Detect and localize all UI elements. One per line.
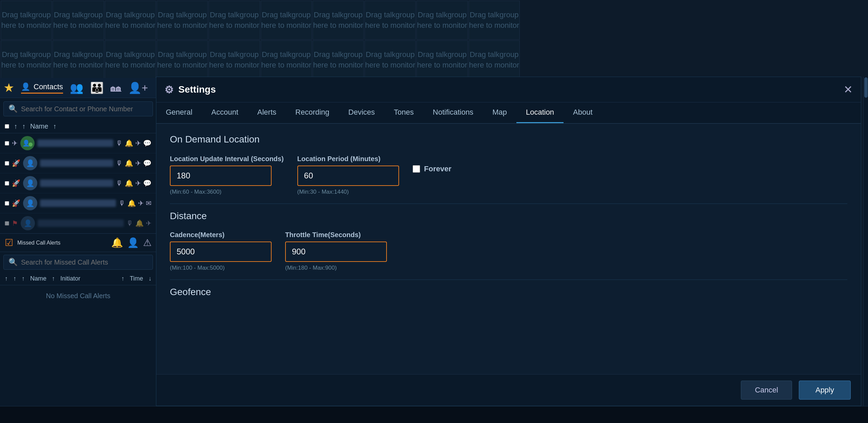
bell-icon[interactable]: 🔔 xyxy=(125,179,133,187)
talkgroup-cell[interactable]: Drag talkgrouphere to monitor xyxy=(261,1,312,40)
missed-time-sort-icon[interactable]: ↓ xyxy=(149,275,152,282)
missed-time-col[interactable]: Time xyxy=(130,275,143,282)
tab-about[interactable]: About xyxy=(564,102,602,123)
mic-icon2[interactable]: 🎙 xyxy=(126,219,133,227)
contact-checkbox[interactable] xyxy=(5,141,9,146)
group2-icon[interactable]: 👪 xyxy=(90,81,104,94)
send-icon[interactable]: ✈ xyxy=(135,159,141,167)
apply-button[interactable]: Apply xyxy=(799,381,851,400)
tab-recording[interactable]: Recording xyxy=(286,102,339,123)
name-sort-icon[interactable]: ↑ xyxy=(53,122,56,130)
settings-gear-icon: ⚙ xyxy=(164,84,174,96)
tab-account[interactable]: Account xyxy=(202,102,248,123)
talkgroup-cell[interactable]: Drag talkgrouphere to monitor xyxy=(364,40,416,79)
contact-checkbox[interactable] xyxy=(5,181,9,186)
talkgroup-cell[interactable]: Drag talkgrouphere to monitor xyxy=(105,40,156,79)
forever-checkbox[interactable] xyxy=(413,165,420,173)
chat-icon[interactable]: 💬 xyxy=(143,179,152,187)
scrollbar[interactable] xyxy=(863,77,868,406)
chat-icon[interactable]: 💬 xyxy=(143,139,152,147)
missed-sort1-icon[interactable]: ↑ xyxy=(5,275,8,282)
bottom-bar xyxy=(0,406,868,423)
person2-icon[interactable]: 👤 xyxy=(127,237,139,248)
bell2-icon[interactable]: 🔔 xyxy=(111,237,123,248)
update-interval-input[interactable] xyxy=(170,166,272,186)
tab-map[interactable]: Map xyxy=(483,102,516,123)
scrollbar-thumb[interactable] xyxy=(864,77,868,98)
sort-down-icon[interactable]: ↑ xyxy=(22,122,25,130)
missed-name-col[interactable]: Name xyxy=(30,275,46,282)
send-icon[interactable]: ✈ xyxy=(135,139,141,147)
throttle-hint: (Min:180 - Max:900) xyxy=(285,265,387,271)
sort-up-icon[interactable]: ↑ xyxy=(14,122,17,130)
tab-devices[interactable]: Devices xyxy=(339,102,384,123)
message-icon[interactable]: ✉ xyxy=(146,199,152,207)
contacts-tab[interactable]: 👤 Contacts xyxy=(21,82,63,94)
contact-checkbox[interactable] xyxy=(5,221,9,226)
mic-icon[interactable]: 🎙 xyxy=(116,179,123,187)
send-icon2[interactable]: ✈ xyxy=(146,219,152,227)
select-all-checkbox[interactable] xyxy=(5,124,9,129)
mic-icon[interactable]: 🎙 xyxy=(116,139,123,147)
talkgroup-cell[interactable]: Drag talkgrouphere to monitor xyxy=(105,1,156,40)
settings-close-button[interactable]: ✕ xyxy=(844,83,853,96)
throttle-input[interactable] xyxy=(285,242,387,262)
missed-initiator-col[interactable]: Initiator xyxy=(60,275,116,282)
missed-name-sort-icon[interactable]: ↑ xyxy=(52,275,55,282)
tab-tones[interactable]: Tones xyxy=(384,102,423,123)
bell-icon2[interactable]: 🔔 xyxy=(135,219,144,227)
location-period-group: Location Period (Minutes) (Min:30 - Max:… xyxy=(297,155,399,195)
mic-icon[interactable]: 🎙 xyxy=(119,199,125,207)
missed-initiator-sort-icon[interactable]: ↑ xyxy=(121,275,124,282)
section-divider xyxy=(170,204,847,204)
talkgroup-cell[interactable]: Drag talkgrouphere to monitor xyxy=(157,1,208,40)
talkgroup-cell[interactable]: Drag talkgrouphere to monitor xyxy=(313,1,364,40)
bell-icon[interactable]: 🔔 xyxy=(127,199,136,207)
contacts-search-input[interactable] xyxy=(21,105,148,113)
send-icon[interactable]: ✈ xyxy=(135,179,141,187)
talkgroup-cell[interactable]: Drag talkgrouphere to monitor xyxy=(53,1,104,40)
location-period-input[interactable] xyxy=(297,166,399,186)
talkgroup-cell[interactable]: Drag talkgrouphere to monitor xyxy=(209,1,260,40)
tab-location[interactable]: Location xyxy=(516,102,564,123)
contact-checkbox[interactable] xyxy=(5,201,9,206)
tab-general[interactable]: General xyxy=(156,102,202,123)
geofence-title: Geofence xyxy=(170,287,847,297)
talkgroup-cell[interactable]: Drag talkgrouphere to monitor xyxy=(364,1,416,40)
missed-sort3-icon[interactable]: ↑ xyxy=(22,275,25,282)
contact-name xyxy=(37,139,113,147)
talkgroup-cell[interactable]: Drag talkgrouphere to monitor xyxy=(469,40,520,79)
missed-sort2-icon[interactable]: ↑ xyxy=(13,275,16,282)
add-group-icon[interactable]: 👤+ xyxy=(128,81,148,94)
talkgroup-cell[interactable]: Drag talkgrouphere to monitor xyxy=(261,40,312,79)
contact-name xyxy=(40,199,116,207)
contact-checkbox[interactable] xyxy=(5,161,9,166)
group-icon[interactable]: 👥 xyxy=(70,81,83,94)
talkgroup-cell[interactable]: Drag talkgrouphere to monitor xyxy=(1,1,52,40)
talkgroup-cell[interactable]: Drag talkgrouphere to monitor xyxy=(416,1,468,40)
location-period-label: Location Period (Minutes) xyxy=(297,155,399,163)
bell-icon[interactable]: 🔔 xyxy=(125,139,133,147)
name-column-header[interactable]: Name xyxy=(30,122,48,130)
rocket-icon: 🚀 xyxy=(12,159,20,167)
talkgroup-cell[interactable]: Drag talkgrouphere to monitor xyxy=(313,40,364,79)
mic-icon[interactable]: 🎙 xyxy=(116,159,123,167)
talkgroup-cell[interactable]: Drag talkgrouphere to monitor xyxy=(209,40,260,79)
tab-notifications[interactable]: Notifications xyxy=(423,102,483,123)
missed-calls-search-input[interactable] xyxy=(21,258,148,266)
talkgroup-cell[interactable]: Drag talkgrouphere to monitor xyxy=(53,40,104,79)
talkgroup-cell[interactable]: Drag talkgrouphere to monitor xyxy=(469,1,520,40)
cadence-input[interactable] xyxy=(170,242,272,262)
bell-icon[interactable]: 🔔 xyxy=(125,159,133,167)
chat-icon[interactable]: 💬 xyxy=(143,159,152,167)
group3-icon[interactable]: 🏘 xyxy=(111,82,121,94)
talkgroup-cell[interactable]: Drag talkgrouphere to monitor xyxy=(157,40,208,79)
favorites-star-icon[interactable]: ★ xyxy=(3,81,14,95)
left-panel-tabs: ★ 👤 Contacts 👥 👪 🏘 👤+ xyxy=(0,78,156,98)
talkgroup-cell[interactable]: Drag talkgrouphere to monitor xyxy=(416,40,468,79)
cancel-button[interactable]: Cancel xyxy=(741,381,792,400)
send-icon[interactable]: ✈ xyxy=(138,199,144,207)
alert2-icon[interactable]: ⚠ xyxy=(143,237,152,248)
tab-alerts[interactable]: Alerts xyxy=(248,102,286,123)
talkgroup-cell[interactable]: Drag talkgrouphere to monitor xyxy=(1,40,52,79)
